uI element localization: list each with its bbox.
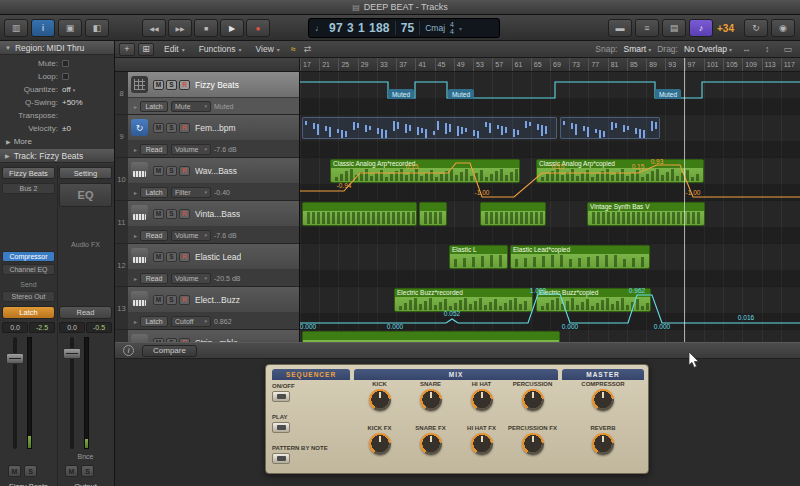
automation-mode-left[interactable]: Latch bbox=[2, 306, 55, 319]
volume-value-left[interactable]: -2.5 bbox=[29, 322, 55, 333]
ruler-tick[interactable]: 109 bbox=[742, 58, 761, 72]
automation-param-button[interactable]: Volume▾ bbox=[171, 230, 211, 241]
play-button[interactable]: ▶ bbox=[220, 19, 244, 37]
ruler-tick[interactable]: 69 bbox=[550, 58, 569, 72]
send-slot[interactable]: Bus 2 bbox=[2, 183, 55, 194]
region[interactable] bbox=[302, 117, 557, 139]
ruler-tick[interactable]: 25 bbox=[338, 58, 357, 72]
disclosure-right-icon[interactable]: ▸ bbox=[134, 189, 137, 196]
waveform-zoom-icon[interactable]: ▭ bbox=[783, 44, 792, 54]
record-enable-button[interactable]: R bbox=[179, 295, 190, 305]
stop-button[interactable]: ■ bbox=[194, 19, 218, 37]
menu-functions[interactable]: Functions▾ bbox=[199, 44, 242, 54]
track-lane[interactable] bbox=[300, 330, 800, 342]
solo-button[interactable]: S bbox=[166, 252, 177, 262]
automation-icon[interactable]: ≈ bbox=[291, 44, 296, 54]
zoom-horizontal-icon[interactable]: ↔ bbox=[742, 44, 751, 54]
solo-button[interactable]: S bbox=[166, 80, 177, 90]
note-pads-icon[interactable]: ▤ bbox=[662, 19, 686, 37]
inspector-param[interactable]: Q-Swing:+50% bbox=[0, 96, 114, 109]
mute-button-left[interactable]: M bbox=[8, 465, 21, 477]
region[interactable] bbox=[419, 202, 447, 226]
record-button[interactable]: ● bbox=[246, 19, 270, 37]
track-header[interactable]: 14MSRStrin...mble bbox=[115, 330, 299, 342]
menu-view[interactable]: View▾ bbox=[256, 44, 280, 54]
output-slot[interactable]: Stereo Out bbox=[2, 291, 55, 302]
record-enable-button[interactable]: R bbox=[179, 123, 190, 133]
track-lane[interactable] bbox=[300, 115, 800, 158]
ruler-tick[interactable]: 57 bbox=[492, 58, 511, 72]
sequencer-control-button[interactable] bbox=[272, 422, 290, 433]
mute-button[interactable]: M bbox=[153, 295, 164, 305]
menu-edit[interactable]: Edit▾ bbox=[164, 44, 185, 54]
disclosure-right-icon[interactable]: ▸ bbox=[134, 146, 137, 153]
knob[interactable] bbox=[522, 433, 544, 455]
ruler-tick[interactable]: 61 bbox=[512, 58, 531, 72]
region[interactable] bbox=[302, 202, 417, 226]
disclosure-right-icon[interactable]: ▸ bbox=[134, 318, 137, 325]
sequencer-control-button[interactable] bbox=[272, 391, 290, 402]
ruler-tick[interactable]: 73 bbox=[569, 58, 588, 72]
knob[interactable] bbox=[592, 433, 614, 455]
apple-loops-icon[interactable]: ♪ bbox=[689, 19, 713, 37]
master-volume-icon[interactable]: ▬ bbox=[608, 19, 632, 37]
ruler-tick[interactable]: 81 bbox=[608, 58, 627, 72]
ruler-tick[interactable]: 53 bbox=[473, 58, 492, 72]
automation-param-button[interactable]: Volume▾ bbox=[171, 144, 211, 155]
mixer-icon[interactable]: ◧ bbox=[85, 19, 109, 37]
fx-slot[interactable]: Compressor bbox=[2, 251, 55, 262]
flex-icon[interactable]: ⇄ bbox=[304, 44, 312, 54]
track-header[interactable]: 8MSRFizzy Beats▸LatchMute▾Muted bbox=[115, 72, 299, 115]
ruler-tick[interactable]: 29 bbox=[358, 58, 377, 72]
region[interactable]: Classic Analog Arp*copied bbox=[536, 159, 704, 183]
compare-button[interactable]: Compare bbox=[142, 345, 197, 357]
varispeed-badge[interactable]: +34 bbox=[717, 23, 734, 34]
region[interactable] bbox=[302, 331, 560, 342]
fx-slot[interactable]: Channel EQ bbox=[2, 264, 55, 275]
add-track-button[interactable]: + bbox=[119, 43, 135, 56]
track-header[interactable]: 10MSRWav...Bass▸LatchFilter▾-0.40 bbox=[115, 158, 299, 201]
inspector-param[interactable]: Quantize:off▾ bbox=[0, 83, 114, 96]
automation-mode-button[interactable]: Latch bbox=[140, 316, 168, 327]
library-icon[interactable]: ▥ bbox=[4, 19, 28, 37]
record-enable-button[interactable]: R bbox=[179, 80, 190, 90]
time-signature[interactable]: 44 bbox=[450, 21, 454, 35]
region[interactable]: Elastic Lead*copied bbox=[510, 245, 650, 269]
drag-menu[interactable]: No Overlap▾ bbox=[684, 44, 732, 54]
track-header[interactable]: 11MSRVinta...Bass▸ReadVolume▾-7.6 dB bbox=[115, 201, 299, 244]
track-header[interactable]: 9↻MSRFem...bpm▸ReadVolume▾-7.6 dB bbox=[115, 115, 299, 158]
automation-mode-button[interactable]: Latch bbox=[140, 101, 168, 112]
ruler-tick[interactable]: 113 bbox=[762, 58, 781, 72]
ruler-tick[interactable]: 93 bbox=[665, 58, 684, 72]
disclosure-right-icon[interactable]: ▸ bbox=[134, 275, 137, 282]
list-editors-icon[interactable]: ≡ bbox=[635, 19, 659, 37]
ruler-tick[interactable]: 77 bbox=[588, 58, 607, 72]
mute-button[interactable]: M bbox=[153, 80, 164, 90]
zoom-vertical-icon[interactable]: ↕ bbox=[765, 44, 770, 54]
mute-button-right[interactable]: M bbox=[65, 465, 78, 477]
region[interactable]: Classic Analog Arp*recorded bbox=[330, 159, 520, 183]
record-enable-button[interactable]: R bbox=[179, 209, 190, 219]
pan-value-left[interactable]: 0.0 bbox=[2, 322, 28, 333]
automation-mode-button[interactable]: Read bbox=[140, 273, 168, 284]
track-lane[interactable]: Classic Analog Arp*recordedClassic Analo… bbox=[300, 158, 800, 201]
fader-handle-right[interactable] bbox=[63, 348, 81, 359]
toolbox-icon[interactable]: ▣ bbox=[58, 19, 82, 37]
inspector-param[interactable]: Loop: bbox=[0, 70, 114, 83]
ruler-tick[interactable]: 105 bbox=[723, 58, 742, 72]
track-lane[interactable]: MutedMutedMuted bbox=[300, 72, 800, 115]
knob[interactable] bbox=[522, 389, 544, 411]
region[interactable]: Vintage Synth Bas V bbox=[587, 202, 705, 226]
track-header[interactable]: 13MSRElect...Buzz▸LatchCutoff▾0.862 bbox=[115, 287, 299, 330]
region-inspector-header[interactable]: ▼ Region: MIDI Thru bbox=[0, 41, 114, 55]
snap-menu[interactable]: Smart▾ bbox=[623, 44, 651, 54]
knob[interactable] bbox=[471, 389, 493, 411]
ruler-tick[interactable]: 117 bbox=[781, 58, 800, 72]
record-enable-button[interactable]: R bbox=[179, 252, 190, 262]
cycle-icon[interactable]: ↻ bbox=[744, 19, 768, 37]
duplicate-track-button[interactable]: ⊞ bbox=[138, 43, 154, 56]
sequencer-control-button[interactable] bbox=[272, 453, 290, 464]
track-lane[interactable]: Vintage Synth Bas V bbox=[300, 201, 800, 244]
region[interactable]: Electric Buzz*recorded bbox=[394, 288, 533, 312]
knob[interactable] bbox=[369, 433, 391, 455]
